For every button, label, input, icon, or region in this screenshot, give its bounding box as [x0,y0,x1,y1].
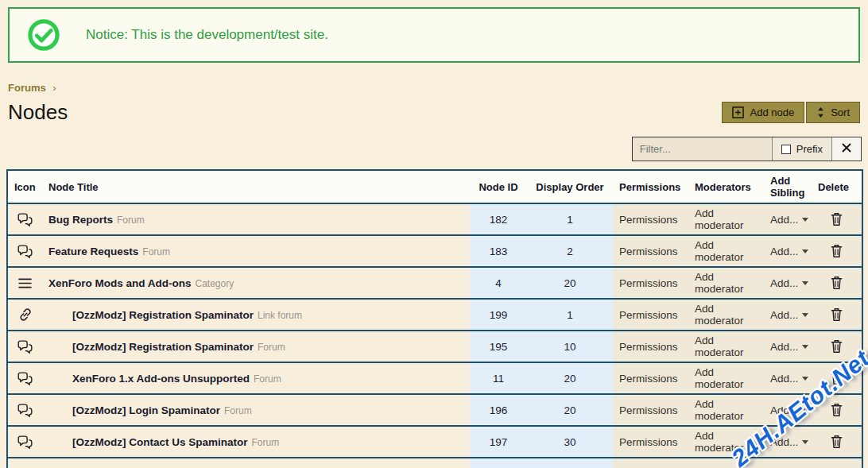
add-sibling-menu[interactable]: Add... [770,246,808,257]
display-order-cell: 2 [527,235,613,267]
permissions-cell: Permissions [613,203,688,235]
permissions-link[interactable]: Permissions [619,277,678,289]
table-header-row: Icon Node Title Node ID Display Order Pe… [7,170,862,203]
node-title-link[interactable]: Feature Requests [48,246,138,257]
add-sibling-cell: Add... [764,203,812,235]
node-type-label: Link forum [258,310,302,321]
add-moderator-link[interactable]: Add moderator [695,335,744,358]
comments-icon [17,404,33,416]
delete-button[interactable] [828,400,845,419]
permissions-link[interactable]: Permissions [619,309,678,321]
delete-button[interactable] [828,432,845,451]
moderators-cell: Add moderator [688,235,764,267]
add-sibling-menu[interactable]: Add... [770,309,808,321]
display-order-cell: 30 [527,426,613,458]
add-sibling-menu[interactable]: Add... [770,341,808,353]
node-id-cell [470,458,527,468]
trash-icon [830,211,843,226]
node-icon-cell [7,235,42,267]
delete-cell [812,203,862,235]
permissions-cell: Permissions [613,299,688,331]
header-icon: Icon [7,170,42,203]
header-delete: Delete [812,170,862,203]
add-sibling-cell: Add... [764,235,812,267]
permissions-link[interactable]: Permissions [619,373,678,385]
add-sibling-menu[interactable]: Add... [770,373,808,385]
header-add-sibling: Add Sibling [764,170,812,203]
trash-icon [830,402,843,417]
display-order-cell: 20 [527,267,613,299]
node-type-label: Forum [142,246,170,257]
add-sibling-menu[interactable]: Add... [770,436,808,448]
permissions-link[interactable]: Permissions [619,246,678,257]
delete-cell [812,362,862,394]
comments-icon [17,340,33,352]
delete-button[interactable] [828,210,845,228]
delete-cell [812,458,862,468]
table-row: Bug ReportsForum 182 1 Permissions Add m… [7,203,862,235]
delete-button[interactable] [828,369,845,387]
add-moderator-link[interactable]: Add moderator [695,239,744,263]
add-moderator-link[interactable]: Add moderator [695,303,744,327]
caret-down-icon [802,313,808,317]
caret-down-icon [802,440,808,444]
add-moderator-link[interactable]: Add moderator [695,207,744,231]
node-title-link[interactable]: [OzzModz] Login Spaminator [72,404,220,416]
delete-button[interactable] [828,242,845,260]
table-row: [OzzModz] Registration SpaminatorLink fo… [7,299,862,331]
table-row: XenForo Mods and Add-onsCategory 4 20 Pe… [7,267,862,299]
sort-button[interactable]: Sort [806,102,860,123]
node-icon-cell [7,394,42,426]
add-sibling-menu[interactable]: Add... [770,404,808,416]
caret-down-icon [802,249,808,253]
add-moderator-link[interactable]: Add moderator [695,366,744,390]
node-icon-cell [7,267,42,299]
node-type-label: Forum [252,437,280,448]
node-title-link[interactable]: XenForo 1.x Add-ons Unsupported [72,373,250,385]
delete-cell [812,299,862,331]
node-id-cell: 197 [470,426,527,458]
add-moderator-link[interactable]: Add moderator [695,398,744,422]
permissions-link[interactable]: Permissions [619,404,678,416]
prefix-toggle[interactable]: Prefix [773,137,832,161]
moderators-cell: Add moderator [688,394,764,426]
trash-icon [830,243,843,258]
caret-down-icon [802,408,808,412]
node-title-link[interactable]: [OzzModz] Registration Spaminator [72,341,254,353]
permissions-link[interactable]: Permissions [619,341,678,353]
breadcrumb-forums-link[interactable]: Forums [8,82,46,94]
delete-button[interactable] [828,273,845,292]
toolbar: Add node Sort [722,102,860,123]
node-title-cell: XenForo 1.x Add-ons UnsupportedForum [42,362,470,394]
comments-icon [17,372,33,384]
node-title-link[interactable]: Bug Reports [48,214,113,226]
breadcrumb-separator: › [52,82,56,94]
node-id-cell: 182 [470,203,527,235]
add-sibling-menu[interactable]: Add... [770,277,808,289]
header-moderators: Moderators [688,170,764,203]
node-icon-cell [7,299,42,331]
add-node-button[interactable]: Add node [722,102,804,123]
add-moderator-link[interactable]: Add moderator [695,271,744,295]
node-title-link[interactable]: [OzzModz] Contact Us Spaminator [72,436,248,448]
filter-close-button[interactable] [832,137,861,161]
add-sibling-menu[interactable]: Add... [770,214,808,226]
add-moderator-link[interactable]: Add moderator [695,430,744,454]
node-title-link[interactable]: XenForo Mods and Add-ons [48,277,192,289]
header-node-id: Node ID [470,170,527,203]
filter-input[interactable] [633,137,773,161]
delete-button[interactable] [828,337,845,355]
add-sibling-cell: Add... [764,299,812,331]
moderators-cell: Add moderator [688,331,764,362]
title-bar: Nodes Add node Sort [8,100,860,125]
display-order-cell: 1 [527,203,613,235]
permissions-link[interactable]: Permissions [619,436,678,448]
permissions-cell: Permissions [613,331,688,362]
delete-button[interactable] [828,305,845,323]
permissions-link[interactable]: Permissions [619,214,678,226]
node-id-cell: 183 [470,235,527,267]
prefix-checkbox[interactable] [781,145,791,154]
node-id-cell: 4 [470,267,527,299]
node-title-link[interactable]: [OzzModz] Registration Spaminator [72,309,254,321]
node-title-cell [42,458,470,468]
